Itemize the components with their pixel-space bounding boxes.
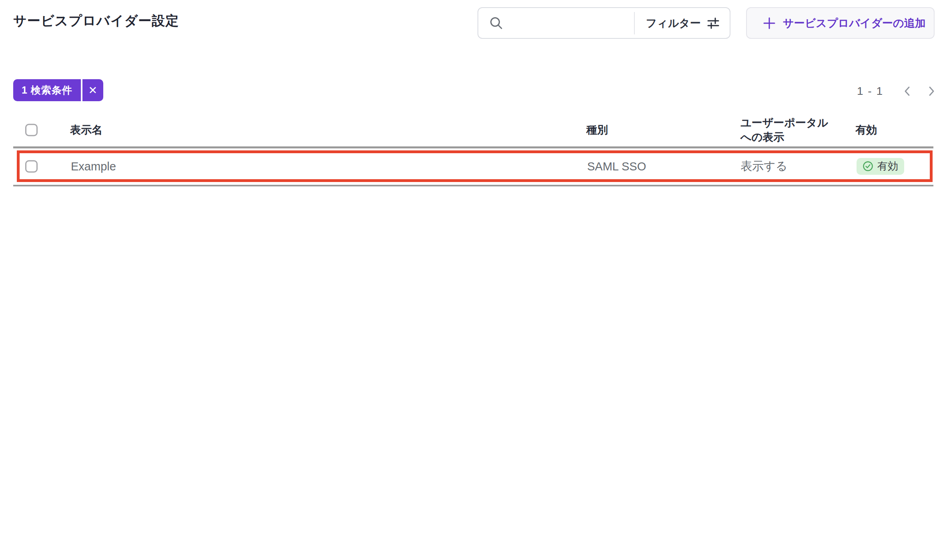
table-bottom-divider — [13, 185, 933, 186]
column-header-type: 種別 — [586, 122, 608, 137]
add-button-label: サービスプロバイダーの追加 — [783, 16, 926, 30]
search-box: フィルター — [478, 7, 730, 39]
table-row[interactable]: Example SAML SSO 表示する 有効 — [13, 150, 933, 182]
row-highlight-annotation — [17, 150, 933, 182]
pagination: 1 - 1 — [857, 82, 939, 101]
cell-portal-visibility: 表示する — [740, 158, 787, 174]
pagination-range: 1 - 1 — [857, 85, 883, 98]
next-page-button[interactable] — [924, 84, 939, 98]
check-circle-icon — [863, 161, 873, 172]
row-checkbox[interactable] — [25, 160, 38, 172]
prev-page-button[interactable] — [900, 84, 915, 98]
filter-button[interactable]: フィルター — [635, 8, 730, 38]
column-header-name: 表示名 — [70, 122, 102, 137]
search-conditions-chip: 1 検索条件 ✕ — [13, 79, 103, 101]
plus-icon — [762, 16, 776, 30]
search-input[interactable] — [504, 8, 634, 38]
table-header-row: 表示名 種別 ユーザーポータルへの表示 有効 — [13, 113, 933, 148]
clear-icon: ✕ — [88, 84, 98, 97]
page-title: サービスプロバイダー設定 — [13, 12, 179, 30]
sliders-icon — [707, 17, 720, 30]
chevron-right-icon — [925, 84, 938, 98]
cell-status: 有効 — [857, 158, 904, 175]
chevron-left-icon — [901, 84, 914, 98]
cell-display-name: Example — [71, 160, 116, 173]
chip-clear-button[interactable]: ✕ — [82, 79, 103, 101]
filter-button-label: フィルター — [646, 16, 701, 30]
select-all-checkbox[interactable] — [25, 124, 38, 136]
cell-type: SAML SSO — [587, 160, 646, 173]
column-header-portal: ユーザーポータルへの表示 — [740, 115, 835, 144]
status-badge-label: 有効 — [877, 159, 898, 173]
column-header-enabled: 有効 — [855, 122, 877, 137]
service-provider-table: 表示名 種別 ユーザーポータルへの表示 有効 Example SAML SSO … — [13, 113, 933, 186]
chip-label[interactable]: 1 検索条件 — [13, 79, 81, 101]
status-badge: 有効 — [857, 158, 904, 175]
search-icon — [489, 16, 504, 31]
add-service-provider-button[interactable]: サービスプロバイダーの追加 — [746, 7, 935, 39]
